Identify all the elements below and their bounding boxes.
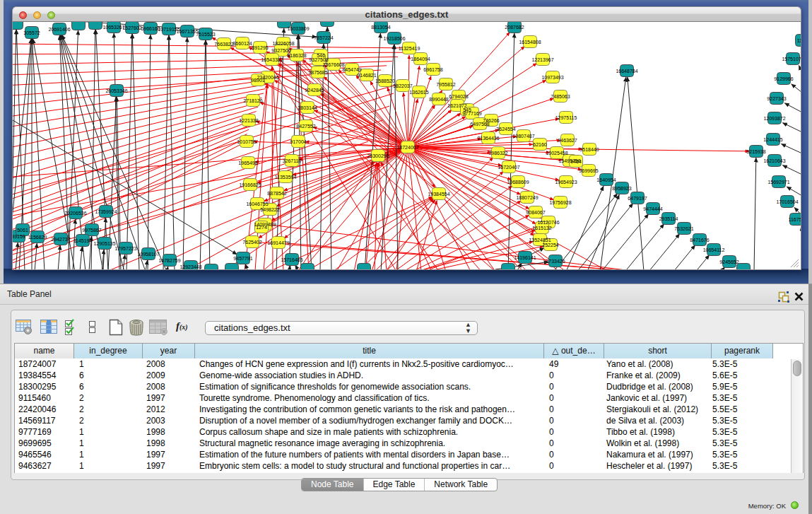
- svg-text:16914479: 16914479: [267, 240, 289, 245]
- svg-text:1615132: 1615132: [532, 226, 551, 230]
- svg-text:8813054: 8813054: [371, 25, 390, 30]
- svg-text:5822037: 5822037: [393, 83, 412, 88]
- svg-text:12213967: 12213967: [531, 57, 553, 62]
- svg-text:18226058: 18226058: [272, 41, 294, 46]
- svg-text:3267110: 3267110: [283, 158, 302, 163]
- svg-text:9463627: 9463627: [558, 138, 577, 143]
- svg-text:1010755: 1010755: [237, 139, 256, 144]
- svg-text:8427552: 8427552: [296, 124, 315, 129]
- svg-text:10654112: 10654112: [703, 247, 725, 252]
- svg-text:19166825: 19166825: [239, 182, 261, 187]
- svg-text:39159: 39159: [13, 234, 25, 239]
- svg-text:17957223: 17957223: [114, 246, 136, 251]
- svg-text:9327506: 9327506: [271, 48, 290, 53]
- svg-text:17359924: 17359924: [95, 209, 117, 214]
- svg-text:3875685: 3875685: [308, 70, 327, 75]
- svg-text:13524851: 13524851: [529, 238, 551, 243]
- svg-text:9699695: 9699695: [579, 168, 598, 173]
- svg-text:1274: 1274: [256, 225, 267, 230]
- svg-text:16210643: 16210643: [763, 158, 785, 163]
- svg-text:1145194: 1145194: [73, 238, 93, 243]
- svg-text:917004: 917004: [290, 139, 306, 144]
- svg-text:9327508: 9327508: [309, 57, 328, 62]
- svg-text:9084067: 9084067: [526, 210, 545, 215]
- svg-text:19218506: 19218506: [383, 36, 405, 41]
- svg-text:15716485: 15716485: [281, 257, 302, 262]
- svg-text:8990448: 8990448: [429, 97, 448, 102]
- svg-text:6497568: 6497568: [470, 122, 489, 127]
- svg-text:25300295: 25300295: [367, 153, 389, 158]
- svg-text:10688609: 10688609: [507, 180, 529, 185]
- svg-text:21364436: 21364436: [477, 136, 499, 141]
- svg-text:98901: 98901: [251, 78, 265, 83]
- svg-text:1864094: 1864094: [411, 57, 430, 62]
- svg-text:15751074: 15751074: [782, 57, 801, 62]
- svg-text:15692971: 15692971: [767, 180, 789, 185]
- svg-text:10807487: 10807487: [512, 134, 534, 139]
- svg-text:8215938: 8215938: [746, 149, 765, 154]
- svg-text:2935114: 2935114: [659, 216, 678, 221]
- svg-text:16671355: 16671355: [176, 29, 198, 34]
- svg-text:305572: 305572: [23, 30, 40, 35]
- svg-text:7515523: 7515523: [196, 32, 215, 37]
- svg-text:6961758: 6961758: [423, 67, 442, 72]
- svg-text:20691406: 20691406: [48, 27, 70, 32]
- svg-text:5498222: 5498222: [260, 207, 279, 212]
- svg-text:252254: 252254: [542, 243, 558, 247]
- svg-text:9518440: 9518440: [579, 147, 599, 152]
- svg-text:20206536: 20206536: [64, 211, 86, 216]
- svg-text:12975115: 12975115: [555, 115, 577, 120]
- svg-text:7485063: 7485063: [551, 94, 570, 99]
- svg-text:10025458: 10025458: [546, 151, 567, 156]
- svg-text:9129966: 9129966: [774, 76, 793, 81]
- svg-text:1244415: 1244415: [763, 137, 782, 142]
- svg-text:11325419: 11325419: [399, 46, 420, 51]
- svg-text:1588520: 1588520: [375, 78, 394, 83]
- svg-text:10653267: 10653267: [102, 25, 124, 30]
- svg-text:1640954: 1640954: [596, 177, 616, 182]
- svg-text:1156829: 1156829: [28, 235, 47, 240]
- svg-text:7632621: 7632621: [674, 226, 693, 231]
- svg-text:1221338: 1221338: [239, 118, 258, 123]
- svg-text:7955812: 7955812: [436, 82, 455, 87]
- svg-text:8958923: 8958923: [612, 186, 631, 191]
- svg-text:2942737: 2942737: [51, 237, 70, 242]
- svg-text:16120746: 16120746: [537, 220, 559, 225]
- svg-text:9245652: 9245652: [719, 259, 739, 264]
- svg-text:16543382: 16543382: [261, 57, 283, 62]
- svg-text:1733426: 1733426: [546, 259, 565, 264]
- svg-text:16782759: 16782759: [158, 258, 180, 263]
- svg-text:19654923: 19654923: [555, 180, 577, 185]
- svg-text:7663822: 7663822: [214, 42, 233, 47]
- svg-text:116753: 116753: [789, 217, 801, 222]
- svg-text:12905135: 12905135: [93, 241, 115, 246]
- svg-text:891295: 891295: [252, 45, 268, 50]
- svg-text:14196141: 14196141: [514, 255, 536, 260]
- svg-text:8186328: 8186328: [287, 53, 306, 58]
- svg-text:19756928: 19756928: [549, 200, 571, 205]
- svg-text:8660124: 8660124: [233, 41, 252, 46]
- svg-text:7857224: 7857224: [314, 35, 333, 40]
- svg-text:2087682: 2087682: [505, 25, 524, 30]
- svg-text:1112: 1112: [797, 38, 801, 43]
- svg-text:9457791: 9457791: [233, 256, 252, 261]
- svg-text:7986322: 7986322: [488, 151, 507, 156]
- svg-text:3624554: 3624554: [496, 127, 515, 132]
- svg-text:2718126: 2718126: [243, 98, 262, 103]
- svg-text:9464: 9464: [570, 159, 582, 164]
- svg-text:6794028: 6794028: [449, 94, 468, 99]
- svg-text:9474444: 9474444: [643, 206, 662, 211]
- svg-text:11353594: 11353594: [275, 175, 297, 180]
- svg-text:18807249: 18807249: [516, 195, 538, 200]
- svg-text:1527602: 1527602: [122, 25, 141, 30]
- svg-text:8454749: 8454749: [342, 67, 361, 72]
- svg-text:19384554: 19384554: [428, 192, 449, 197]
- svg-text:26053346: 26053346: [105, 88, 127, 93]
- svg-text:8878542: 8878542: [267, 191, 286, 196]
- svg-text:2803144: 2803144: [298, 105, 317, 110]
- svg-text:1965498: 1965498: [238, 160, 257, 165]
- svg-text:6479197: 6479197: [628, 196, 647, 201]
- svg-text:16154808: 16154808: [519, 40, 541, 45]
- svg-text:12923448: 12923448: [180, 264, 201, 269]
- svg-text:10958107: 10958107: [137, 252, 159, 257]
